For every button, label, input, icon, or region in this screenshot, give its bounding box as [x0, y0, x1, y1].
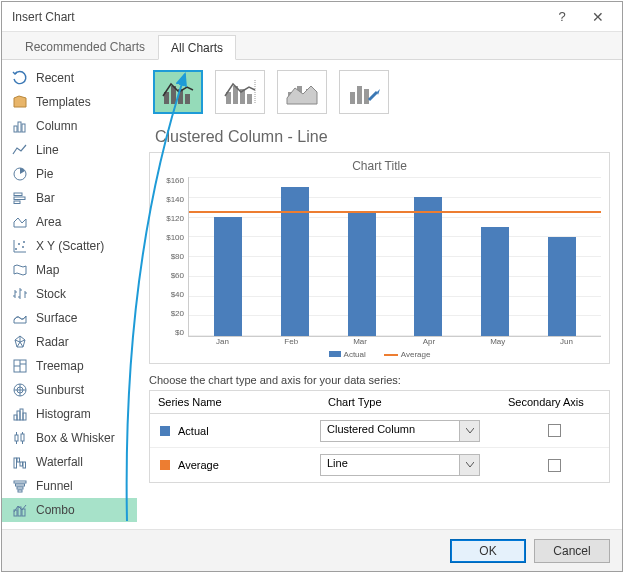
chart-type-select-average[interactable]: Line: [320, 454, 480, 476]
svg-rect-18: [15, 435, 18, 441]
svg-rect-34: [185, 94, 190, 104]
secondary-axis-checkbox-average[interactable]: [548, 459, 561, 472]
sidebar-item-templates[interactable]: Templates: [2, 90, 137, 114]
svg-rect-19: [21, 434, 24, 441]
boxwhisker-icon: [12, 430, 28, 446]
cancel-button[interactable]: Cancel: [534, 539, 610, 563]
average-line: [189, 211, 601, 213]
radar-icon: [12, 334, 28, 350]
svg-rect-20: [14, 458, 17, 468]
series-config-table: Series Name Chart Type Secondary Axis Ac…: [149, 390, 610, 483]
chart-type-select-actual[interactable]: Clustered Column: [320, 420, 480, 442]
stock-icon: [12, 286, 28, 302]
sidebar-item-histogram[interactable]: Histogram: [2, 402, 137, 426]
sidebar-item-treemap[interactable]: Treemap: [2, 354, 137, 378]
table-row: Actual Clustered Column: [150, 414, 609, 448]
svg-rect-27: [18, 490, 22, 492]
titlebar: Insert Chart ? ✕: [2, 2, 622, 32]
sidebar-item-area[interactable]: Area: [2, 210, 137, 234]
dialog-title: Insert Chart: [8, 10, 544, 24]
svg-rect-17: [23, 413, 26, 420]
combo-subtype-row: [149, 70, 610, 114]
chevron-down-icon: [460, 420, 480, 442]
svg-point-9: [22, 246, 24, 248]
subtype-custom-combo[interactable]: [339, 70, 389, 114]
pie-icon: [12, 166, 28, 182]
series-config-heading: Choose the chart type and axis for your …: [149, 374, 610, 386]
svg-rect-1: [18, 122, 21, 132]
waterfall-icon: [12, 454, 28, 470]
sidebar-item-scatter[interactable]: X Y (Scatter): [2, 234, 137, 258]
sidebar-item-line[interactable]: Line: [2, 138, 137, 162]
svg-point-7: [15, 248, 17, 250]
sidebar-item-boxwhisker[interactable]: Box & Whisker: [2, 426, 137, 450]
plot-inner: [188, 177, 601, 337]
map-icon: [12, 262, 28, 278]
combo-icon: [12, 502, 28, 518]
svg-rect-25: [16, 484, 25, 486]
sidebar-item-radar[interactable]: Radar: [2, 330, 137, 354]
sunburst-icon: [12, 382, 28, 398]
secondary-axis-checkbox-actual[interactable]: [548, 424, 561, 437]
scatter-icon: [12, 238, 28, 254]
svg-rect-22: [20, 462, 23, 466]
svg-rect-44: [364, 89, 369, 104]
svg-rect-38: [247, 94, 252, 104]
funnel-icon: [12, 478, 28, 494]
column-icon: [12, 118, 28, 134]
svg-rect-24: [14, 481, 26, 483]
help-button[interactable]: ?: [544, 2, 580, 32]
area-icon: [12, 214, 28, 230]
svg-rect-26: [17, 487, 23, 489]
dialog-footer: OK Cancel: [2, 529, 622, 571]
tab-all-charts[interactable]: All Charts: [158, 35, 236, 60]
svg-rect-23: [23, 462, 26, 468]
sidebar-item-funnel[interactable]: Funnel: [2, 474, 137, 498]
sidebar-item-surface[interactable]: Surface: [2, 306, 137, 330]
legend: Actual Average: [158, 350, 601, 359]
svg-rect-0: [14, 126, 17, 132]
sidebar-item-stock[interactable]: Stock: [2, 282, 137, 306]
subtype-clustered-column-line[interactable]: [153, 70, 203, 114]
svg-rect-21: [17, 458, 20, 462]
sidebar-item-recent[interactable]: Recent: [2, 66, 137, 90]
sidebar-item-map[interactable]: Map: [2, 258, 137, 282]
x-axis: JanFebMarAprMayJun: [158, 337, 601, 346]
series-swatch: [160, 460, 170, 470]
svg-rect-43: [357, 86, 362, 104]
subtype-name: Clustered Column - Line: [155, 128, 610, 146]
sidebar-item-combo[interactable]: Combo: [2, 498, 137, 522]
sidebar-item-pie[interactable]: Pie: [2, 162, 137, 186]
histogram-icon: [12, 406, 28, 422]
tab-recommended[interactable]: Recommended Charts: [12, 34, 158, 59]
chart-title: Chart Title: [158, 159, 601, 173]
svg-rect-5: [14, 197, 25, 200]
chart-type-sidebar: Recent Templates Column Line Pie Bar Are…: [2, 60, 137, 529]
svg-rect-4: [14, 193, 22, 196]
close-button[interactable]: ✕: [580, 2, 616, 32]
sidebar-item-column[interactable]: Column: [2, 114, 137, 138]
series-swatch: [160, 426, 170, 436]
sidebar-item-waterfall[interactable]: Waterfall: [2, 450, 137, 474]
sidebar-item-sunburst[interactable]: Sunburst: [2, 378, 137, 402]
treemap-icon: [12, 358, 28, 374]
svg-point-8: [18, 243, 20, 245]
sidebar-item-bar[interactable]: Bar: [2, 186, 137, 210]
svg-rect-42: [350, 92, 355, 104]
tab-strip: Recommended Charts All Charts: [2, 32, 622, 60]
surface-icon: [12, 310, 28, 326]
dialog-body: Recent Templates Column Line Pie Bar Are…: [2, 60, 622, 529]
plot-area: $160$140$120$100$80$60$40$20$0: [158, 177, 601, 337]
bar-icon: [12, 190, 28, 206]
line-icon: [12, 142, 28, 158]
y-axis: $160$140$120$100$80$60$40$20$0: [158, 177, 188, 337]
svg-point-10: [23, 241, 25, 243]
templates-icon: [12, 94, 28, 110]
subtype-stacked-area-column[interactable]: [277, 70, 327, 114]
subtype-clustered-column-line-secondary[interactable]: [215, 70, 265, 114]
recent-icon: [12, 70, 28, 86]
svg-rect-2: [22, 124, 25, 132]
svg-rect-6: [14, 201, 20, 204]
chart-preview[interactable]: Chart Title $160$140$120$100$80$60$40$20…: [149, 152, 610, 364]
ok-button[interactable]: OK: [450, 539, 526, 563]
